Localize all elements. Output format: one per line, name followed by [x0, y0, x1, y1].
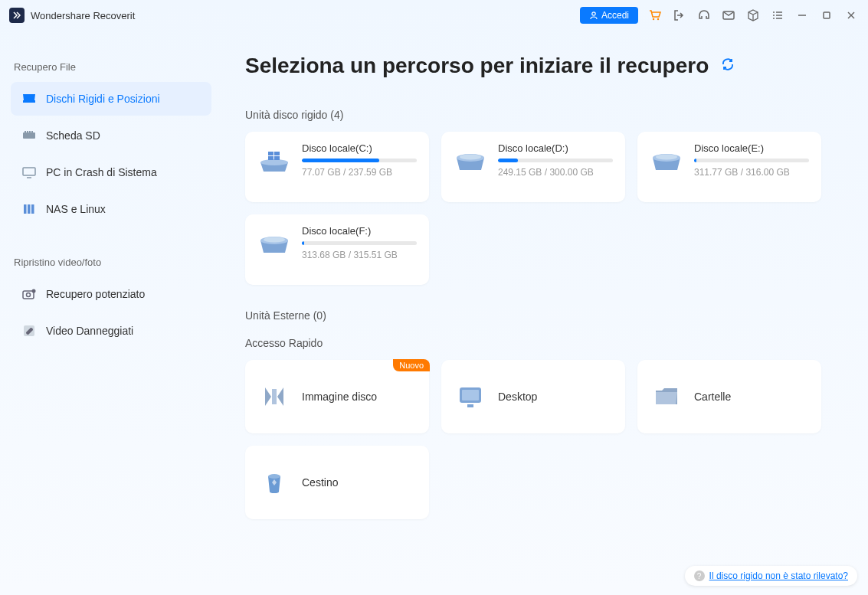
drive-card[interactable]: Disco locale(E:) 311.77 GB / 316.00 GB [637, 132, 821, 202]
list-icon[interactable] [770, 8, 785, 23]
drive-card[interactable]: Disco locale(D:) 249.15 GB / 300.00 GB [441, 132, 625, 202]
svg-rect-22 [24, 204, 27, 214]
minimize-icon[interactable] [794, 8, 810, 23]
svg-point-0 [592, 12, 595, 15]
sidebar-item-crash[interactable]: PC in Crash di Sistema [11, 155, 211, 189]
badge-nuovo: Nuovo [393, 359, 430, 371]
quick-card[interactable]: Nuovo Immagine disco [245, 360, 429, 433]
exit-icon[interactable] [672, 8, 687, 23]
titlebar: Wondershare Recoverit Accedi [0, 0, 868, 31]
quick-grid: Nuovo Immagine disco Desktop Cartelle Ce… [245, 360, 830, 519]
svg-rect-11 [824, 12, 830, 18]
desktop-icon [454, 380, 487, 414]
svg-rect-19 [31, 131, 33, 133]
drive-name: Disco locale(D:) [498, 142, 613, 154]
drive-stats: 249.15 GB / 300.00 GB [498, 167, 613, 178]
sidebar-item-label: Video Danneggiati [46, 325, 133, 337]
svg-rect-23 [28, 204, 31, 214]
ext-section-title: Unità Esterne (0) [245, 309, 830, 322]
sidebar-item-dischi[interactable]: Dischi Rigidi e Posizioni [11, 82, 211, 116]
svg-rect-24 [31, 204, 34, 214]
sidebar-item-potenziato[interactable]: Recupero potenziato [11, 277, 211, 311]
sidebar-item-sd[interactable]: Scheda SD [11, 119, 211, 152]
drive-stats: 313.68 GB / 315.51 GB [302, 250, 417, 260]
svg-point-5 [773, 15, 775, 16]
drive-name: Disco locale(F:) [302, 225, 417, 237]
headset-icon[interactable] [696, 8, 712, 23]
disk-image-icon [257, 380, 291, 414]
sidebar-item-label: PC in Crash di Sistema [46, 166, 157, 178]
accedi-button[interactable]: Accedi [580, 7, 638, 24]
svg-rect-17 [27, 131, 28, 133]
sidebar-item-label: Dischi Rigidi e Posizioni [46, 93, 160, 105]
wrench-icon [21, 323, 37, 338]
quick-label: Cestino [302, 476, 338, 489]
drive-icon [650, 145, 683, 179]
drive-icon [454, 145, 487, 179]
progress-bar [302, 241, 417, 245]
help-icon: ? [694, 570, 705, 581]
accedi-label: Accedi [601, 10, 629, 21]
drive-info: Disco locale(C:) 77.07 GB / 237.59 GB [302, 142, 417, 191]
sidebar-item-label: Recupero potenziato [46, 288, 145, 300]
svg-rect-31 [274, 152, 280, 155]
app-logo [9, 8, 25, 23]
svg-rect-43 [467, 404, 473, 407]
drive-info: Disco locale(F:) 313.68 GB / 315.51 GB [302, 225, 417, 274]
svg-rect-33 [274, 156, 280, 160]
drive-stats: 311.77 GB / 316.00 GB [694, 167, 809, 178]
quick-card[interactable]: Cartelle [637, 360, 821, 433]
page-title: Seleziona un percorso per iniziare il re… [245, 54, 709, 78]
titlebar-right: Accedi [580, 7, 859, 24]
svg-point-35 [460, 155, 481, 160]
svg-point-4 [773, 11, 775, 13]
svg-rect-20 [23, 168, 35, 175]
help-text[interactable]: Il disco rigido non è stato rilevato? [709, 570, 848, 581]
titlebar-left: Wondershare Recoverit [9, 8, 135, 23]
drive-card[interactable]: Disco locale(C:) 77.07 GB / 237.59 GB [245, 132, 429, 202]
nas-icon [21, 201, 37, 217]
sidebar-item-label: NAS e Linux [46, 203, 106, 215]
svg-point-27 [32, 289, 36, 293]
sidebar-item-nas[interactable]: NAS e Linux [11, 192, 211, 226]
mail-icon[interactable] [721, 8, 736, 23]
cart-icon[interactable] [647, 8, 663, 23]
sidebar-item-label: Scheda SD [46, 129, 100, 142]
svg-point-39 [264, 237, 285, 243]
hard-drive-icon [21, 91, 37, 106]
refresh-icon[interactable] [721, 57, 735, 74]
svg-rect-40 [272, 389, 277, 404]
close-icon[interactable] [843, 8, 859, 23]
svg-rect-32 [268, 156, 274, 160]
quick-card[interactable]: Cestino [245, 446, 429, 519]
folder-icon [650, 380, 683, 414]
quick-card[interactable]: Desktop [441, 360, 625, 433]
drives-grid: Disco locale(C:) 77.07 GB / 237.59 GB Di… [245, 132, 830, 285]
quick-label: Cartelle [694, 391, 731, 403]
svg-rect-18 [29, 131, 31, 133]
hdd-section-title: Unità disco rigido (4) [245, 109, 830, 121]
sidebar-item-danneggiati[interactable]: Video Danneggiati [11, 314, 211, 348]
drive-icon [257, 145, 291, 179]
quick-section-title: Accesso Rapido [245, 337, 830, 349]
svg-point-1 [653, 18, 654, 20]
drive-info: Disco locale(D:) 249.15 GB / 300.00 GB [498, 142, 613, 191]
help-link[interactable]: ? Il disco rigido non è stato rilevato? [685, 566, 857, 586]
quick-label: Immagine disco [302, 391, 377, 403]
svg-rect-30 [268, 152, 274, 155]
progress-bar [498, 159, 613, 162]
svg-rect-25 [23, 291, 34, 299]
progress-bar [694, 159, 809, 162]
maximize-icon[interactable] [819, 8, 834, 23]
sidebar: Recupero File Dischi Rigidi e Posizioni … [0, 31, 222, 595]
monitor-icon [21, 165, 37, 180]
svg-rect-15 [23, 132, 35, 139]
svg-point-44 [268, 474, 280, 479]
svg-point-29 [260, 159, 288, 165]
drive-card[interactable]: Disco locale(F:) 313.68 GB / 315.51 GB [245, 214, 429, 285]
box-icon[interactable] [745, 8, 761, 23]
drive-name: Disco locale(C:) [302, 142, 417, 154]
sidebar-section-recupero: Recupero File [14, 61, 211, 73]
drive-info: Disco locale(E:) 311.77 GB / 316.00 GB [694, 142, 809, 191]
content: Seleziona un percorso per iniziare il re… [222, 31, 868, 595]
